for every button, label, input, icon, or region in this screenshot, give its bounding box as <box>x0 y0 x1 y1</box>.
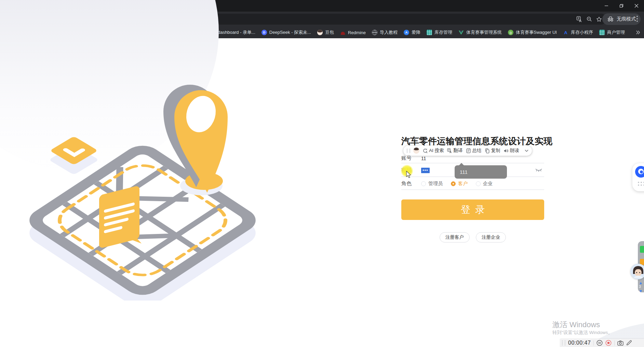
bookmark-inventory[interactable]: 库存管理 <box>424 28 455 37</box>
deepseek-icon: D <box>261 30 267 35</box>
eye-closed-icon[interactable] <box>535 168 542 172</box>
arrow-up-icon[interactable]: ▲ <box>639 281 644 285</box>
doubao-logo-icon[interactable] <box>635 166 644 178</box>
close-window-icon[interactable] <box>629 0 644 12</box>
copy-icon <box>485 148 490 153</box>
bookmark-swagger[interactable]: {}体育赛事Swagger UI <box>505 28 560 37</box>
role-label: 角色 <box>401 180 421 187</box>
vue-icon <box>458 30 464 35</box>
doubao-icon <box>317 30 323 35</box>
radio-circle-icon[interactable] <box>421 181 426 186</box>
bookmark-sports-system[interactable]: 体育赛事管理系统 <box>455 28 505 37</box>
password-tooltip: 111 <box>455 165 507 179</box>
zoom-icon[interactable] <box>586 16 592 22</box>
miniapp-icon: A <box>563 30 568 35</box>
radio-enterprise[interactable]: 企业 <box>476 181 493 187</box>
assistant-arrows[interactable]: ▲ 3 ▼ <box>639 281 644 293</box>
translate-page-icon[interactable] <box>576 16 583 23</box>
pill-drag-dots-icon[interactable] <box>637 181 644 186</box>
ai-search-icon <box>422 148 428 153</box>
bookmark-import-tutorial[interactable]: 导入教程 <box>369 28 401 37</box>
bookmark-merchant[interactable]: 商户管理 <box>596 28 628 37</box>
watermark-line1: 激活 Windows <box>552 320 613 329</box>
stop-recording-icon[interactable] <box>605 340 612 346</box>
bookmark-redmine[interactable]: Redmine <box>337 28 369 37</box>
radio-admin[interactable]: 管理员 <box>421 181 443 187</box>
incognito-label: 无痕模式 <box>617 16 636 22</box>
map-illustration <box>14 41 273 301</box>
pause-recording-icon[interactable] <box>596 340 603 346</box>
doubao-avatar-icon[interactable] <box>413 148 419 154</box>
translate-button[interactable]: 翻译 <box>447 148 463 154</box>
toolbar-expand-chevron-icon[interactable] <box>525 150 528 152</box>
account-label: 账号 <box>401 155 421 162</box>
password-label: 密码 <box>401 167 421 174</box>
assistant-avatar[interactable] <box>630 264 644 279</box>
screen-recorder-bar: 00:00:47 <box>560 339 644 347</box>
divider <box>593 341 594 346</box>
register-customer-button[interactable]: 注册客户 <box>440 232 470 242</box>
minimize-icon[interactable] <box>599 0 614 12</box>
bookmark-doubao[interactable]: 豆包 <box>314 28 337 37</box>
drag-handle-icon[interactable] <box>407 149 410 153</box>
swagger-icon: {} <box>508 30 513 35</box>
recorder-time: 00:00:47 <box>568 340 591 346</box>
bookmarks-overflow-icon[interactable] <box>636 30 640 36</box>
annotate-pencil-icon[interactable] <box>626 340 632 346</box>
watermark-line2: 转到"设置"以激活 Windows。 <box>552 329 613 336</box>
read-aloud-icon <box>504 148 509 153</box>
spreadsheet-icon <box>427 30 432 35</box>
spreadsheet-icon <box>599 30 605 35</box>
bookmark-miniapp[interactable]: A库存小程序 <box>560 28 596 37</box>
incognito-badge: 无痕模式 <box>602 13 641 25</box>
copy-button[interactable]: 复制 <box>485 148 500 154</box>
login-panel: 汽车零件运输管理信息系统设计及实现 AI 搜索 翻译 总结 复制 <box>401 135 544 147</box>
redmine-icon <box>340 30 346 35</box>
assistant-green-chip[interactable] <box>640 246 644 253</box>
restore-icon[interactable] <box>614 0 629 12</box>
page-title: 汽车零件运输管理信息系统设计及实现 <box>401 135 544 147</box>
radio-circle-checked-icon[interactable] <box>451 181 456 186</box>
ai-search-button[interactable]: AI 搜索 <box>422 148 444 154</box>
incognito-icon <box>607 16 614 22</box>
bookmark-deepseek[interactable]: DDeepSeek - 探索未... <box>258 28 314 37</box>
radio-circle-icon[interactable] <box>476 181 481 186</box>
translate-icon <box>447 148 452 153</box>
recorder-drag-handle-icon[interactable] <box>562 341 565 345</box>
password-input-value[interactable]: ••• <box>421 168 430 173</box>
aijiang-icon: A <box>404 30 409 35</box>
screenshot-camera-icon[interactable] <box>617 341 623 346</box>
globe-icon <box>372 30 377 35</box>
assistant-count: 3 <box>639 285 644 289</box>
bookmark-star-icon[interactable] <box>596 16 602 23</box>
register-row: 注册客户 注册企业 <box>401 232 544 242</box>
password-tooltip-text: 111 <box>460 169 468 175</box>
windows-activation-watermark: 激活 Windows 转到"设置"以激活 Windows。 <box>552 320 613 336</box>
summarize-button[interactable]: 总结 <box>466 148 482 154</box>
browser-window: 管理端-汽车零件运输管理信息 × localhost:8080/springbo… <box>0 0 644 347</box>
radio-customer[interactable]: 客户 <box>451 181 468 187</box>
role-row: 角色 管理员 客户 企业 <box>401 178 544 190</box>
register-enterprise-button[interactable]: 注册企业 <box>476 232 506 242</box>
window-controls <box>599 0 644 12</box>
doubao-extension-pill[interactable] <box>632 163 644 191</box>
login-button[interactable]: 登录 <box>401 199 544 220</box>
summarize-icon <box>466 148 471 153</box>
arrow-down-icon[interactable]: ▼ <box>639 289 644 293</box>
read-aloud-button[interactable]: 朗读 <box>504 148 519 154</box>
divider <box>614 341 615 346</box>
account-input-value[interactable]: 11 <box>421 156 426 161</box>
selection-toolbar: AI 搜索 翻译 总结 复制 朗读 <box>403 145 532 156</box>
bookmark-aijiang[interactable]: A爱降 <box>401 28 424 37</box>
browser-menu-icon[interactable] <box>636 16 638 23</box>
